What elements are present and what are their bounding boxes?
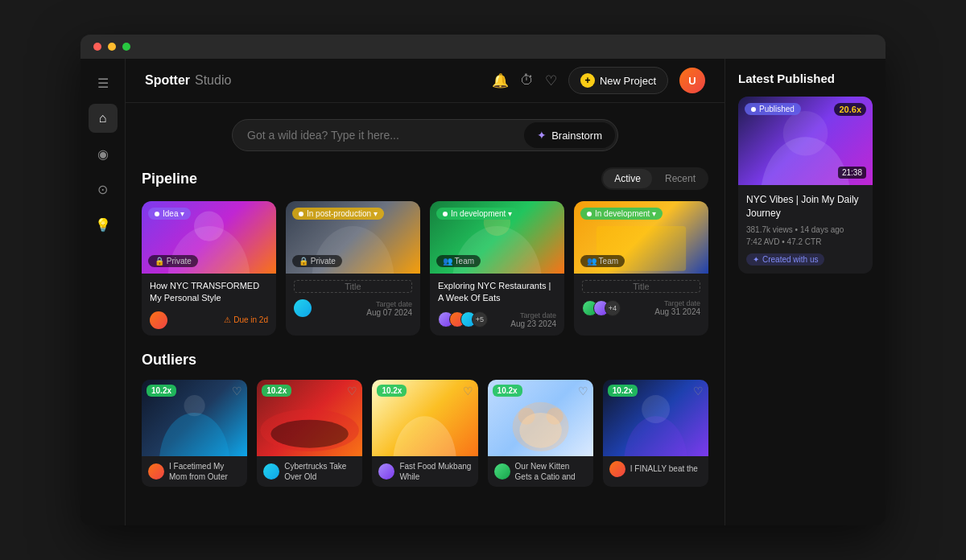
new-project-label: New Project — [600, 75, 656, 87]
avatar-count: +4 — [605, 300, 621, 316]
warning-icon: ⚠ — [224, 315, 231, 324]
privacy-badge: 🔒 Private — [148, 255, 198, 267]
avd-value: 7:42 AVD — [746, 237, 780, 246]
published-badge-status: Published — [745, 103, 801, 115]
brainstorm-label: Brainstorm — [551, 130, 602, 142]
heart-icon[interactable]: ♡ — [463, 385, 473, 397]
outlier-card[interactable]: 10.2x ♡ I Facetimed My Mom from Outer — [142, 380, 247, 487]
published-metrics: 7:42 AVD • 47.2 CTR — [746, 237, 865, 246]
views-count: 381.7k views — [746, 225, 793, 234]
pipeline-card[interactable]: In development ▾ 👥 Team Title — [574, 201, 708, 336]
latest-published-title: Latest Published — [738, 72, 873, 85]
main-content: Spotter Studio 🔔 ⏱ ♡ + New Project U — [126, 59, 724, 525]
outlier-title: Fast Food Mukbang While — [399, 461, 471, 482]
heart-icon[interactable]: ♡ — [232, 385, 242, 397]
outliers-grid: 10.2x ♡ I Facetimed My Mom from Outer — [142, 380, 708, 487]
logo-spotter: Spotter — [145, 73, 190, 88]
svg-point-14 — [519, 413, 561, 448]
brainstorm-button[interactable]: ✦ Brainstorm — [524, 122, 615, 148]
search-input[interactable] — [233, 120, 522, 150]
card-title-placeholder: Title — [582, 280, 700, 293]
outliers-section: Outliers 10.2x ♡ — [126, 352, 724, 503]
outlier-card[interactable]: 10.2x ♡ Cybertrucks Take Over Old — [257, 380, 362, 487]
outlier-card[interactable]: 10.2x ♡ I FINALLY beat the — [603, 380, 708, 487]
heart-icon[interactable]: ♡ — [347, 385, 357, 397]
svg-point-16 — [642, 395, 670, 423]
pipeline-header: Pipeline Active Recent — [142, 167, 708, 190]
outlier-image: 10.2x ♡ — [488, 380, 593, 456]
sidebar-item-search[interactable]: ⊙ — [89, 175, 118, 204]
outlier-title: I Facetimed My Mom from Outer — [169, 461, 241, 482]
card-footer: Target date Aug 07 2024 — [294, 299, 412, 317]
tab-active[interactable]: Active — [603, 169, 652, 188]
svg-point-18 — [783, 111, 828, 156]
star-icon: ✦ — [753, 255, 759, 264]
card-footer: ⚠ Due in 2d — [150, 311, 268, 329]
sidebar-menu-icon[interactable]: ☰ — [89, 68, 118, 97]
maximize-dot[interactable] — [122, 43, 130, 51]
pipeline-section: Pipeline Active Recent Idea — [126, 167, 724, 352]
tab-recent[interactable]: Recent — [654, 169, 707, 188]
sidebar-item-home[interactable]: ⌂ — [89, 104, 118, 133]
target-date-value: Aug 31 2024 — [654, 307, 700, 316]
hamburger-icon: ☰ — [97, 76, 109, 91]
search-icon: ⊙ — [97, 182, 108, 197]
logo-studio: Studio — [195, 73, 231, 88]
search-bar: ✦ Brainstorm — [232, 119, 618, 151]
pipeline-card[interactable]: Idea ▾ 🔒 Private How NYC TRANSFORMED My … — [142, 201, 276, 336]
target-date-value: Aug 07 2024 — [366, 308, 412, 317]
outlier-footer: Our New Kitten Gets a Catio and — [488, 456, 593, 487]
avatar-count: +5 — [472, 311, 488, 327]
dot-icon — [155, 212, 159, 216]
lightbulb-icon: 💡 — [95, 217, 111, 233]
due-badge: ⚠ Due in 2d — [224, 315, 268, 324]
target-label: Target date — [654, 299, 700, 307]
heart-icon[interactable]: ♡ — [693, 385, 704, 397]
favorites-icon[interactable]: ♡ — [545, 72, 557, 89]
days-ago: 14 days ago — [800, 225, 844, 234]
svg-point-6 — [159, 413, 229, 456]
new-project-button[interactable]: + New Project — [568, 67, 668, 94]
published-card[interactable]: Published 20.6x 21:38 NYC Vibes | Join M… — [738, 97, 873, 274]
outlier-footer: Cybertrucks Take Over Old — [257, 456, 362, 487]
created-badge-label: Created with us — [762, 255, 818, 264]
outlier-image: 10.2x ♡ — [142, 380, 247, 456]
minimize-dot[interactable] — [108, 43, 116, 51]
published-title: NYC Vibes | Join My Daily Journey — [746, 193, 865, 220]
pipeline-tab-group: Active Recent — [601, 167, 708, 190]
status-badge: In development ▾ — [580, 208, 663, 220]
card-footer: +5 Target date Aug 23 2024 — [438, 311, 556, 328]
outlier-multiplier: 10.2x — [377, 385, 407, 397]
heart-icon[interactable]: ♡ — [578, 385, 588, 397]
history-icon[interactable]: ⏱ — [520, 72, 534, 89]
outlier-footer: Fast Food Mukbang While — [372, 456, 477, 487]
pipeline-card[interactable]: In development ▾ 👥 Team Exploring NYC Re… — [430, 201, 564, 336]
sidebar: ☰ ⌂ ◉ ⊙ 💡 — [80, 59, 126, 525]
pipeline-card[interactable]: In post-production ▾ 🔒 Private Title — [286, 201, 420, 336]
published-image: Published 20.6x 21:38 — [738, 97, 873, 185]
card-avatar — [294, 299, 312, 317]
target-date: Target date Aug 31 2024 — [654, 299, 700, 316]
dot-icon — [299, 212, 303, 216]
avatar[interactable]: U — [679, 68, 705, 93]
outlier-card[interactable]: 10.2x ♡ Fast Food Mukbang While — [372, 380, 477, 487]
outlier-multiplier: 10.2x — [147, 385, 176, 397]
dot-icon — [587, 212, 592, 216]
card-footer: +4 Target date Aug 31 2024 — [582, 299, 700, 316]
privacy-badge: 👥 Team — [436, 255, 481, 267]
sidebar-item-camera[interactable]: ◉ — [89, 139, 118, 168]
status-badge: Idea ▾ — [148, 208, 191, 220]
search-section: ✦ Brainstorm — [126, 103, 724, 167]
camera-icon: ◉ — [97, 146, 109, 162]
close-dot[interactable] — [93, 43, 101, 51]
sidebar-item-lightbulb[interactable]: 💡 — [89, 210, 118, 239]
outlier-avatar — [263, 463, 279, 480]
outlier-card[interactable]: 10.2x ♡ Our — [488, 380, 593, 487]
outlier-multiplier: 10.2x — [493, 385, 522, 397]
svg-point-9 — [271, 419, 349, 447]
outlier-avatar — [148, 463, 164, 480]
header-actions: 🔔 ⏱ ♡ + New Project U — [492, 67, 705, 94]
outlier-title: I FINALLY beat the — [630, 463, 698, 474]
published-multiplier: 20.6x — [834, 103, 866, 116]
notification-icon[interactable]: 🔔 — [492, 72, 509, 89]
